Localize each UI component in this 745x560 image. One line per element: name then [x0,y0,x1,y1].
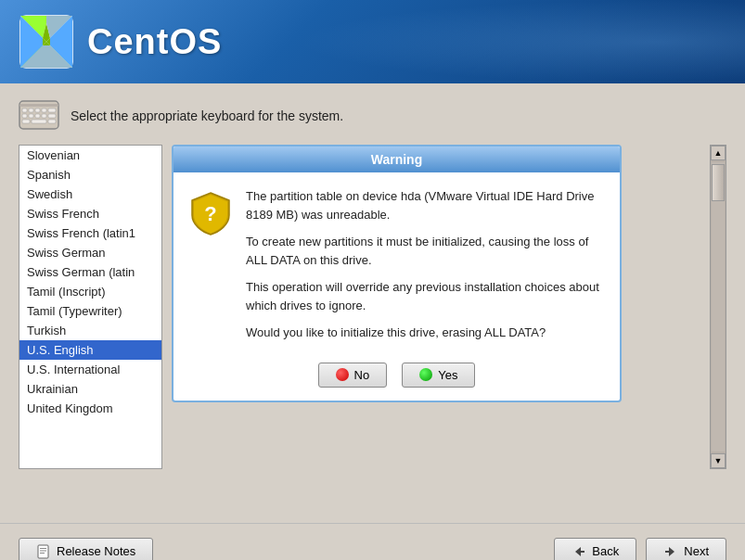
footer-right: Back Next [554,538,726,561]
list-item[interactable]: Swiss French [19,204,161,223]
header: CentOS [0,0,745,83]
main-content: Select the appropriate keyboard for the … [0,83,745,523]
list-item[interactable]: Swiss German [19,243,161,262]
list-item[interactable]: Swiss French (latin1 [19,223,161,243]
back-icon [572,544,586,559]
list-item[interactable]: Tamil (Typewriter) [19,301,161,321]
svg-rect-42 [665,551,670,553]
svg-rect-24 [42,108,46,112]
scroll-down-arrow[interactable]: ▼ [711,453,726,468]
keyboard-list[interactable]: SlovenianSpanishSwedishSwiss FrenchSwiss… [19,145,162,469]
yes-button-icon [419,368,432,381]
keyboard-icon [19,100,59,132]
list-item[interactable]: Ukrainian [19,379,161,399]
warning-line2: To create new partitions it must be init… [246,233,605,269]
back-label: Back [592,544,619,558]
svg-rect-36 [40,548,46,549]
list-item[interactable]: Spanish [19,165,161,185]
release-notes-icon [36,544,51,559]
svg-rect-27 [29,114,33,118]
svg-rect-33 [48,120,56,123]
warning-buttons: No Yes [173,353,620,401]
instruction-text: Select the appropriate keyboard for the … [71,108,343,123]
next-icon [663,544,678,559]
svg-rect-32 [32,120,46,123]
list-item[interactable]: Swedish [19,185,161,204]
svg-rect-25 [48,108,56,112]
no-button-label: No [354,368,370,382]
release-notes-button[interactable]: Release Notes [19,538,153,561]
svg-rect-37 [40,550,46,551]
svg-rect-35 [38,545,48,558]
back-button[interactable]: Back [554,538,636,561]
svg-rect-30 [48,114,56,118]
scroll-up-arrow[interactable]: ▲ [711,146,726,160]
svg-rect-26 [22,114,27,118]
list-item[interactable]: U.S. International [19,360,161,379]
list-item[interactable]: Tamil (Inscript) [19,282,161,301]
list-scrollbar[interactable]: ▲ ▼ [710,145,726,469]
right-panel: Warning ? The partition table on device … [162,145,706,523]
svg-rect-31 [22,120,30,123]
warning-text-block: The partition table on device hda (VMwar… [246,187,605,342]
svg-rect-28 [35,114,40,118]
svg-rect-38 [40,553,45,554]
warning-line3: This operation will override any previou… [246,278,605,314]
svg-rect-22 [29,108,33,112]
logo-text: CentOS [87,22,222,62]
svg-rect-29 [42,114,46,118]
list-item[interactable]: Slovenian [19,146,161,165]
footer-left: Release Notes [19,538,153,561]
warning-title: Warning [173,146,620,172]
list-item[interactable]: U.S. English [19,340,161,360]
list-item[interactable]: Turkish [19,321,161,340]
warning-shield-icon: ? [188,191,233,235]
svg-rect-23 [35,108,40,112]
scroll-track[interactable] [712,162,725,452]
svg-rect-20 [19,104,58,107]
content-row: SlovenianSpanishSwedishSwiss FrenchSwiss… [19,145,726,523]
svg-rect-21 [22,108,27,112]
logo-box: CentOS [19,14,222,70]
warning-body: ? The partition table on device hda (VMw… [173,172,620,353]
warning-dialog: Warning ? The partition table on device … [172,145,622,402]
svg-text:?: ? [204,202,216,225]
next-label: Next [684,544,709,558]
footer: Release Notes Back Next [0,523,745,560]
yes-button[interactable]: Yes [402,363,475,388]
no-button[interactable]: No [318,363,388,388]
list-item[interactable]: United Kingdom [19,399,161,418]
next-button[interactable]: Next [646,538,726,561]
warning-line1: The partition table on device hda (VMwar… [246,187,605,223]
centos-logo-icon [19,14,74,70]
list-item[interactable]: Swiss German (latin [19,262,161,282]
release-notes-label: Release Notes [57,544,135,558]
scroll-thumb[interactable] [712,164,725,201]
svg-rect-40 [580,551,584,553]
no-button-icon [336,368,349,381]
yes-button-label: Yes [438,368,457,382]
warning-line4: Would you like to initialize this drive,… [246,324,605,342]
instruction-row: Select the appropriate keyboard for the … [19,100,726,132]
